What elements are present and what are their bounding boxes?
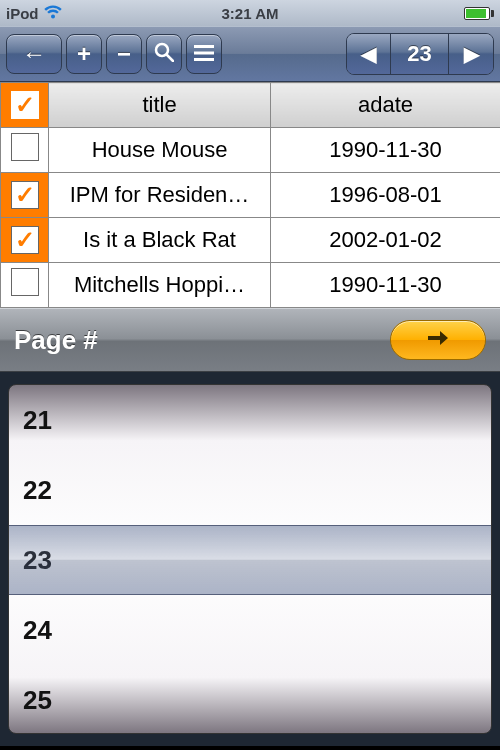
table-row[interactable]: Mitchells Hoppi… 1990-11-30 [1,263,501,308]
svg-line-1 [167,55,173,61]
menu-icon [194,42,214,66]
table-row[interactable]: Is it a Black Rat 2002-01-02 [1,218,501,263]
go-to-page-button[interactable] [390,320,486,360]
device-label: iPod [6,5,39,22]
arrow-left-icon: ← [22,42,46,66]
row-checkbox[interactable] [1,218,49,263]
picker-item[interactable]: 24 [9,595,491,665]
page-label: Page # [14,325,98,356]
status-left: iPod [6,5,62,22]
plus-icon: + [77,42,91,66]
page-prev-button[interactable]: ◀ [347,34,391,74]
cell-adate: 2002-01-02 [271,218,501,263]
checkbox-icon [11,181,39,209]
wifi-icon [44,5,62,22]
triangle-right-icon: ▶ [464,44,479,64]
column-header-title[interactable]: title [49,83,271,128]
data-table: title adate House Mouse 1990-11-30 IPM f… [0,82,500,308]
checkbox-icon [11,226,39,254]
battery-icon [464,7,494,20]
picker-item[interactable]: 22 [9,455,491,525]
select-all-checkbox[interactable] [1,83,49,128]
cell-title: IPM for Residen… [49,173,271,218]
menu-button[interactable] [186,34,222,74]
svg-rect-2 [194,45,214,48]
picker-column[interactable]: 21 22 23 24 25 [8,384,492,734]
table-row[interactable]: IPM for Residen… 1996-08-01 [1,173,501,218]
table-row[interactable]: House Mouse 1990-11-30 [1,128,501,173]
svg-rect-4 [194,58,214,61]
add-button[interactable]: + [66,34,102,74]
pager: ◀ 23 ▶ [346,33,494,75]
picker-selection-overlay [9,525,491,595]
search-icon [154,42,174,66]
remove-button[interactable]: − [106,34,142,74]
data-table-wrap: title adate House Mouse 1990-11-30 IPM f… [0,82,500,308]
page-picker[interactable]: 21 22 23 24 25 [0,372,500,746]
cell-adate: 1996-08-01 [271,173,501,218]
svg-rect-3 [194,52,214,55]
picker-item[interactable]: 25 [9,665,491,734]
cell-title: Mitchells Hoppi… [49,263,271,308]
clock: 3:21 AM [222,5,279,22]
status-bar: iPod 3:21 AM [0,0,500,26]
page-number-display[interactable]: 23 [391,34,449,74]
checkbox-icon [11,268,39,296]
triangle-left-icon: ◀ [361,44,376,64]
picker-item[interactable]: 21 [9,385,491,455]
column-header-adate[interactable]: adate [271,83,501,128]
search-button[interactable] [146,34,182,74]
cell-title: House Mouse [49,128,271,173]
checkmark-icon [11,91,39,119]
back-button[interactable]: ← [6,34,62,74]
row-checkbox[interactable] [1,128,49,173]
table-header-row: title adate [1,83,501,128]
page-selector-bar: Page # [0,308,500,372]
cell-adate: 1990-11-30 [271,263,501,308]
cell-adate: 1990-11-30 [271,128,501,173]
row-checkbox[interactable] [1,263,49,308]
arrow-right-icon [426,329,450,351]
toolbar: ← + − ◀ 23 ▶ [0,26,500,82]
row-checkbox[interactable] [1,173,49,218]
cell-title: Is it a Black Rat [49,218,271,263]
checkbox-icon [11,133,39,161]
page-next-button[interactable]: ▶ [449,34,493,74]
minus-icon: − [117,42,131,66]
